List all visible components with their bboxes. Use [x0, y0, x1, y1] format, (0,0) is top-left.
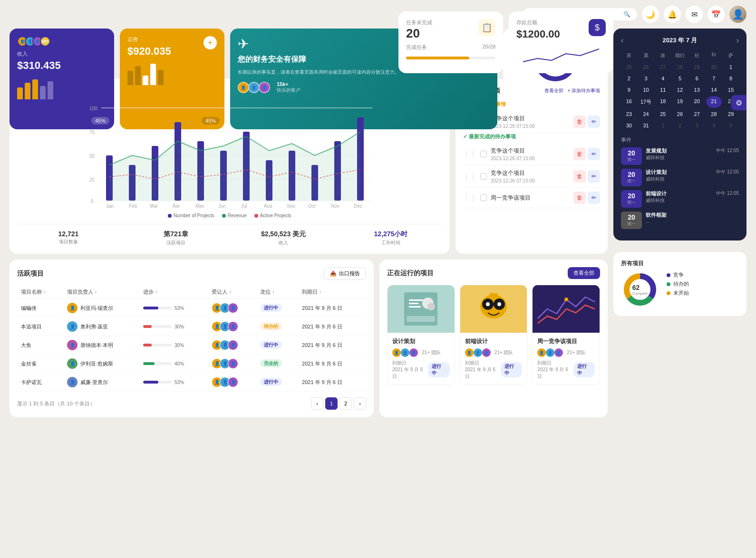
cal-day-26a[interactable]: 26	[638, 62, 654, 72]
cal-day-14[interactable]: 14	[706, 85, 722, 95]
project-info-2: 前端设计 👤 👤 👤 21+ 团队 到期日 2021 年 9 月 6	[460, 333, 527, 385]
todo-actions: 查看全部 + 添加待办事项	[544, 87, 600, 94]
cal-day-2[interactable]: 2	[621, 73, 637, 84]
todo-edit-4[interactable]: ✏	[588, 192, 600, 204]
cal-day-19[interactable]: 19	[672, 96, 688, 108]
prev-page-button[interactable]: ‹	[311, 397, 323, 410]
todo-delete-3[interactable]: 🗑	[573, 170, 586, 183]
cal-day-5b[interactable]: 5	[723, 120, 739, 131]
cal-day-28a[interactable]: 28	[672, 62, 688, 72]
cal-day-12[interactable]: 12	[672, 85, 688, 95]
todo-item-date-2: 2023-12-26 07:15:00	[491, 156, 570, 161]
cal-day-5[interactable]: 5	[672, 73, 688, 84]
todo-view-all[interactable]: 查看全部	[544, 87, 563, 94]
page-1-button[interactable]: 1	[325, 397, 338, 410]
todo-checkbox-2[interactable]	[480, 151, 487, 157]
next-page-button[interactable]: ›	[354, 397, 366, 410]
event-date-box-4: 20 周一	[621, 212, 642, 229]
project-info-3: 周一竞争该项目 👤 👤 👤 21+ 团队 到期日 2021 年 9 月	[533, 333, 600, 385]
todo-done-label: ✓ 最新完成的待办事项	[463, 133, 600, 140]
cal-day-7[interactable]: 7	[706, 73, 722, 84]
cal-day-20[interactable]: 20	[689, 96, 705, 108]
todo-checkbox-4[interactable]	[480, 194, 487, 201]
running-grid: 设计策划 👤 👤 👤 21+ 团队 到期日 2021 年 9 月 6	[387, 285, 600, 385]
stat-project-count-lbl: 项目数量	[17, 239, 120, 245]
cal-day-6[interactable]: 6	[689, 73, 705, 84]
cal-day-13[interactable]: 13	[689, 85, 705, 95]
todo-item-4: ⋮⋮ 周一竞争该项目 🗑 ✏	[463, 188, 600, 208]
calendar-grid: 苏 莫 涂 我们 社 Fr 萨 25 26 27 28 29 30 1 2 3 …	[621, 50, 739, 131]
export-button[interactable]: 📤 出口报告	[324, 267, 366, 280]
todo-edit-3[interactable]: ✏	[588, 170, 600, 183]
svg-rect-49	[490, 293, 492, 297]
svg-rect-39	[409, 306, 421, 308]
legend-projects-label: Number of Projects	[174, 213, 214, 218]
cal-day-26b[interactable]: 26	[672, 109, 688, 119]
cal-day-3b[interactable]: 3	[689, 120, 705, 131]
row-due-1: 2021 年 9 月 6 日	[298, 299, 366, 317]
svg-text:25: 25	[89, 177, 95, 183]
cal-day-15[interactable]: 15	[723, 85, 739, 95]
cal-day-1b[interactable]: 1	[655, 120, 671, 131]
cal-day-17[interactable]: 17号	[638, 96, 654, 108]
cal-day-30a[interactable]: 30	[706, 62, 722, 72]
col-assignee[interactable]: 受让人 ↑	[208, 286, 256, 299]
todo-delete-1[interactable]: 🗑	[573, 115, 586, 128]
todo-edit-2[interactable]: ✏	[588, 148, 600, 160]
page-2-button[interactable]: 2	[339, 397, 352, 410]
col-status[interactable]: 龙位 ↑	[256, 286, 298, 299]
moon-icon-btn[interactable]: 🌙	[642, 6, 659, 23]
manager-avatar-5: 👤	[67, 377, 78, 387]
table-header-tr: 项目名称 ↑ 项目负责人 ↑ 进步 ↑ 受让人 ↑ 龙位 ↑ 到期日 ↑	[17, 286, 366, 299]
legend-dot-compete	[667, 273, 670, 277]
todo-checkbox-3[interactable]	[480, 173, 487, 180]
cal-day-24[interactable]: 24	[638, 109, 654, 119]
view-all-button[interactable]: 查看全部	[568, 267, 600, 279]
cal-day-9[interactable]: 9	[621, 85, 637, 95]
add-expense-button[interactable]: +	[204, 36, 217, 49]
calendar-next-button[interactable]: ›	[737, 36, 739, 45]
cal-day-21-today[interactable]: 21	[706, 96, 722, 108]
cal-day-2b[interactable]: 2	[672, 120, 688, 131]
cal-day-8[interactable]: 8	[723, 73, 739, 84]
cal-day-4[interactable]: 4	[655, 73, 671, 84]
todo-delete-2[interactable]: 🗑	[573, 148, 586, 160]
todo-edit-1[interactable]: ✏	[588, 115, 600, 128]
cal-day-18[interactable]: 18	[655, 96, 671, 108]
user-avatar[interactable]: 👤	[729, 6, 746, 23]
calendar-header: ‹ 2023 年 7 月 ›	[621, 36, 739, 45]
cal-day-25a[interactable]: 25	[621, 62, 637, 72]
todo-add[interactable]: + 添加待办事项	[567, 87, 600, 94]
cal-day-4b[interactable]: 4	[706, 120, 722, 131]
cal-day-31[interactable]: 31	[638, 120, 654, 131]
mail-icon-btn[interactable]: ✉	[686, 6, 703, 23]
cal-day-29b[interactable]: 29	[723, 109, 739, 119]
todo-delete-4[interactable]: 🗑	[573, 192, 586, 204]
cal-day-11[interactable]: 11	[655, 85, 671, 95]
cal-day-28b[interactable]: 28	[706, 109, 722, 119]
project-name-1: 设计策划	[392, 337, 450, 346]
col-due[interactable]: 到期日 ↑	[298, 286, 366, 299]
calendar-icon-btn[interactable]: 📅	[708, 6, 725, 23]
cal-day-27b[interactable]: 27	[689, 109, 705, 119]
legend-label-not-started: 未开始	[673, 289, 689, 297]
col-manager[interactable]: 项目负责人 ↑	[63, 286, 139, 299]
cal-day-29a[interactable]: 29	[689, 62, 705, 72]
svg-text:Jun: Jun	[218, 203, 226, 208]
cal-day-1[interactable]: 1	[723, 62, 739, 72]
bell-icon-btn[interactable]: 🔔	[664, 6, 681, 23]
cal-day-25b[interactable]: 25	[655, 109, 671, 119]
settings-gear-button[interactable]: ⚙	[731, 95, 746, 110]
cal-day-30b[interactable]: 30	[621, 120, 637, 131]
col-name[interactable]: 项目名称 ↑	[17, 286, 63, 299]
savings-icon: $	[589, 19, 606, 36]
calendar-prev-button[interactable]: ‹	[621, 36, 623, 45]
stat-active: 第721章 活跃项目	[125, 230, 227, 246]
cal-day-23[interactable]: 23	[621, 109, 637, 119]
cal-header-1: 莫	[638, 50, 654, 61]
cal-day-27a[interactable]: 27	[655, 62, 671, 72]
col-progress[interactable]: 进步 ↑	[139, 286, 208, 299]
cal-day-16[interactable]: 16	[621, 96, 637, 108]
cal-day-3[interactable]: 3	[638, 73, 654, 84]
cal-day-10[interactable]: 10	[638, 85, 654, 95]
